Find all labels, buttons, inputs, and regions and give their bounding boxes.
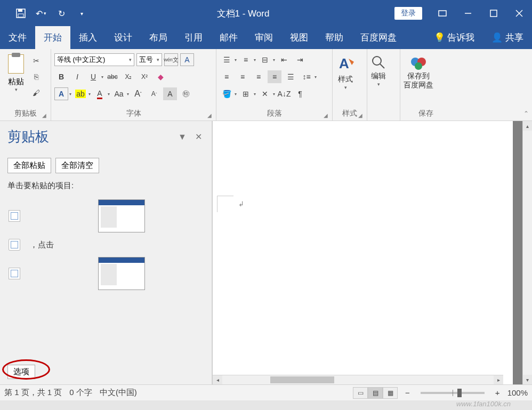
clear-formatting-icon[interactable]: ◆ [154,70,167,83]
cut-icon[interactable]: ✂ [30,54,43,67]
clipboard-launcher-icon[interactable]: ◢ [42,112,46,118]
minimize-icon[interactable] [455,0,481,27]
decrease-indent-icon[interactable]: ⇤ [277,53,291,66]
align-right-icon[interactable]: ≡ [252,70,265,83]
status-page[interactable]: 第 1 页，共 1 页 [4,388,62,398]
align-center-icon[interactable]: ≡ [236,70,249,83]
shrink-font-icon[interactable]: Aˇ [147,87,161,100]
clipboard-item[interactable]: ，点击 [7,236,206,254]
justify-icon[interactable]: ≡ [268,70,281,83]
tab-baidu[interactable]: 百度网盘 [352,26,405,49]
enclose-char-icon[interactable]: ㊕ [179,87,193,100]
tab-review[interactable]: 审阅 [246,26,281,49]
shading-icon[interactable]: 🪣 [220,87,233,100]
qat-customize-icon[interactable]: ▾ [71,0,92,27]
status-word-count[interactable]: 0 个字 [69,388,92,398]
highlight-icon[interactable]: ab [74,87,87,100]
phonetic-guide-icon[interactable]: wén文 [164,53,178,66]
tell-me-button[interactable]: 💡 告诉我 [425,26,483,49]
borders-icon[interactable]: ⊞ [239,87,253,100]
clipboard-item[interactable] [7,196,206,236]
pane-close-icon[interactable]: ✕ [190,129,206,145]
scroll-left-icon[interactable]: ◂ [213,375,222,384]
increase-indent-icon[interactable]: ⇥ [293,53,307,66]
tab-help[interactable]: 帮助 [317,26,352,49]
char-border-icon[interactable]: A [180,53,194,66]
font-color-icon[interactable]: A [93,87,107,100]
styles-launcher-icon[interactable]: ◢ [358,112,362,118]
show-marks-icon[interactable]: ¶ [293,87,307,100]
collapse-ribbon-icon[interactable]: ⌃ [523,110,529,117]
zoom-in-icon[interactable]: + [495,388,500,397]
scroll-down-icon[interactable]: ▾ [523,375,532,384]
read-mode-icon[interactable]: ▭ [353,387,368,399]
save-to-baidu-button[interactable]: 保存到百度网盘 [404,51,433,90]
tab-design[interactable]: 设计 [106,26,141,49]
styles-button[interactable]: A 样式 ▾ [336,51,355,90]
superscript-button[interactable]: X² [138,70,151,83]
close-icon[interactable] [506,0,532,27]
scroll-right-icon[interactable]: ▸ [494,375,503,384]
asian-layout-icon[interactable]: ✕ [258,87,272,100]
clip-text-preview: ，点击 [30,240,54,250]
tab-layout[interactable]: 布局 [141,26,176,49]
clear-all-button[interactable]: 全部清空 [55,158,99,173]
paste-button[interactable]: 粘贴 ▾ [3,51,29,92]
tab-view[interactable]: 视图 [281,26,317,49]
sort-icon[interactable]: A↓Z [277,87,291,100]
horizontal-scrollbar[interactable]: ◂ ▸ [213,375,503,384]
tab-home[interactable]: 开始 [35,26,70,49]
editing-button[interactable]: 编辑 ▾ [370,51,386,87]
ribbon-display-icon[interactable] [430,0,455,27]
pane-dropdown-icon[interactable]: ▼ [174,129,190,145]
tab-mailings[interactable]: 邮件 [211,26,246,49]
web-layout-icon[interactable]: ▦ [383,387,398,399]
paste-icon [8,54,24,74]
line-spacing-icon[interactable]: ↕≡ [300,70,313,83]
zoom-slider[interactable] [421,392,485,394]
italic-button[interactable]: I [70,70,84,83]
clipboard-item[interactable] [7,254,206,293]
distribute-icon[interactable]: ☰ [284,70,297,83]
change-case-icon[interactable]: Aa [112,87,126,100]
font-size-combo[interactable]: 五号▾ [136,53,162,66]
char-shading-icon[interactable]: A [163,87,177,100]
maximize-icon[interactable] [481,0,506,27]
save-icon[interactable] [11,0,31,27]
copy-icon[interactable]: ⎘ [30,70,43,83]
font-name-combo[interactable]: 等线 (中文正文)▾ [54,53,134,66]
text-effects-icon[interactable]: A [54,87,68,100]
vertical-scrollbar[interactable]: ▴ ▾ [522,121,532,384]
document-canvas[interactable]: ↲ ◂ ▸ [212,121,513,384]
tab-file[interactable]: 文件 [0,26,35,49]
grow-font-icon[interactable]: Aˆ [131,87,145,100]
font-launcher-icon[interactable]: ◢ [207,112,212,118]
save-baidu-label1: 保存到 [407,71,430,80]
watermark: www.1fan100k.cn [456,400,511,408]
numbering-icon[interactable]: ≡ [239,53,253,66]
bold-button[interactable]: B [54,70,68,83]
scroll-up-icon[interactable]: ▴ [523,121,532,131]
underline-button[interactable]: U [86,70,100,83]
paragraph-launcher-icon[interactable]: ◢ [324,112,328,118]
undo-icon[interactable]: ↶▾ [31,0,51,27]
login-button[interactable]: 登录 [394,7,422,20]
find-icon [370,54,386,70]
bullets-icon[interactable]: ☰ [220,53,233,66]
zoom-level[interactable]: 100% [507,388,528,397]
tab-references[interactable]: 引用 [176,26,211,49]
clip-thumbnail [98,257,145,290]
strikethrough-button[interactable]: abc [106,70,119,83]
redo-icon[interactable]: ↻ [51,0,71,27]
options-button[interactable]: 选项 [7,365,35,379]
zoom-out-icon[interactable]: − [405,388,410,397]
paste-all-button[interactable]: 全部粘贴 [7,158,51,173]
subscript-button[interactable]: X₂ [122,70,135,83]
print-layout-icon[interactable]: ▤ [368,387,383,399]
tab-insert[interactable]: 插入 [70,26,106,49]
format-painter-icon[interactable]: 🖌 [30,86,43,99]
multilevel-icon[interactable]: ⊟ [258,53,272,66]
status-language[interactable]: 中文(中国) [100,388,137,398]
share-button[interactable]: 👤 共享 [483,26,532,49]
align-left-icon[interactable]: ≡ [220,70,233,83]
